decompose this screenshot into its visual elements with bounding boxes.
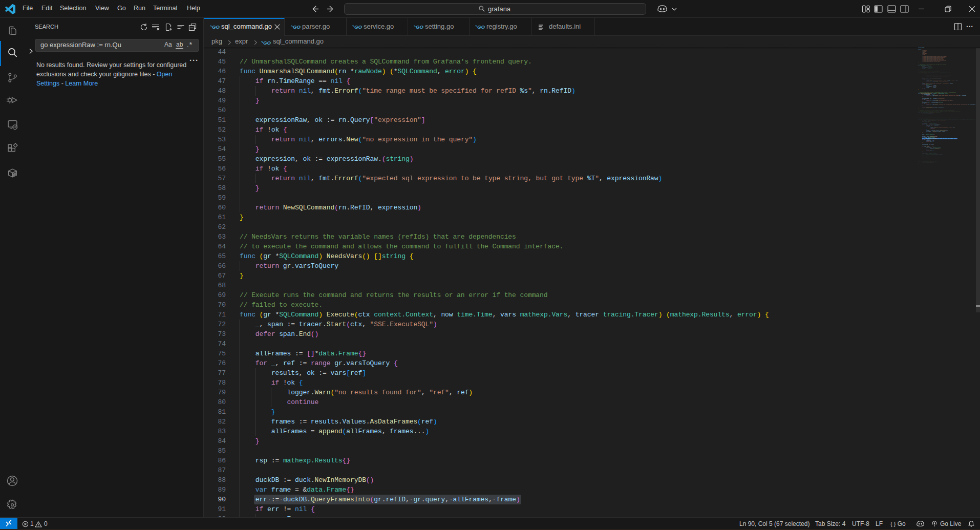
svg-text:GO: GO <box>212 24 220 30</box>
svg-text:GO: GO <box>354 24 362 30</box>
svg-text:GO: GO <box>416 24 423 30</box>
svg-text:GO: GO <box>477 24 485 30</box>
svg-text:GO: GO <box>263 40 271 46</box>
svg-text:GO: GO <box>293 24 301 30</box>
